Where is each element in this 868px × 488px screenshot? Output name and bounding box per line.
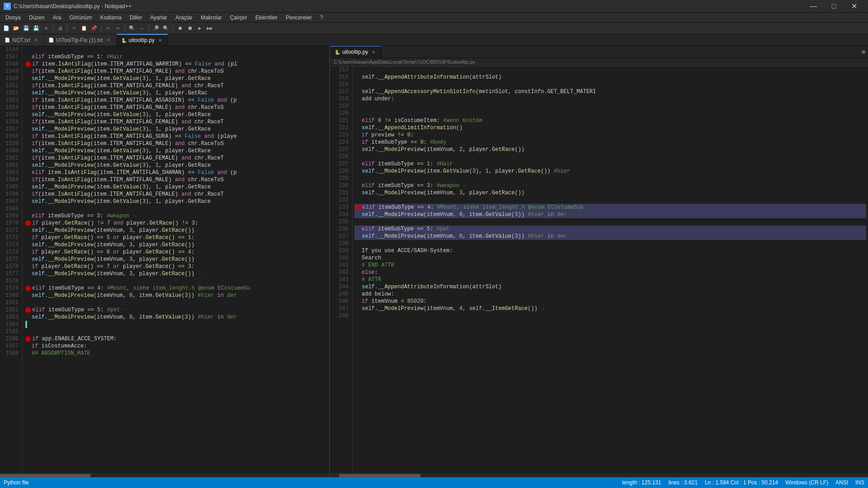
code-text: self.__AppendLimitInformation() <box>362 124 462 131</box>
line-number: 1577 <box>2 270 19 277</box>
code-text: self.__ModelPreview(itemVnum, 2, player.… <box>362 146 524 153</box>
maximize-button[interactable]: □ <box>824 0 844 13</box>
code-line: if(item.IsAntiFlag(item.ITEM_ANTIFLAG_MA… <box>24 104 327 111</box>
code-text: self.__ModelPreview(item.GetValue(3), 1,… <box>32 198 211 205</box>
menu-araclar[interactable]: Araçlar <box>172 14 196 22</box>
file-type: Python file <box>4 479 29 486</box>
code-line: if(item.IsAntiFlag(item.ITEM_ANTIFLAG_MA… <box>24 176 327 183</box>
menu-duzen[interactable]: Düzen <box>25 14 48 22</box>
code-text: elif itemSubType == 4: #Mount, siehe ite… <box>32 285 250 292</box>
tab-close-py[interactable]: ✕ <box>157 37 163 43</box>
code-line: self.__ModelPreview(item.GetValue(3), 1,… <box>24 126 327 133</box>
left-scroll-thumb[interactable] <box>0 474 90 477</box>
find-replace-button[interactable]: ↔ <box>137 24 146 33</box>
menu-dosya[interactable]: Dosya <box>2 14 24 22</box>
status-right: length : 125.131 lines : 3.621 Ln : 1.58… <box>622 479 864 486</box>
split-view-button[interactable]: ⊞ <box>859 47 868 57</box>
right-tab-uitooltip[interactable]: 🐍 uitooltip.py ✕ <box>330 46 382 57</box>
tab-label-not: NOT.txt <box>12 37 30 43</box>
right-scrollbar[interactable] <box>330 474 868 477</box>
code-text <box>32 299 35 306</box>
tab-close-fix[interactable]: ✕ <box>105 37 112 43</box>
macro-play-button[interactable]: ▶ <box>195 24 204 33</box>
menu-calistir[interactable]: Çalıştır <box>226 14 251 22</box>
right-scroll-thumb[interactable] <box>339 474 420 477</box>
error-marker <box>25 286 31 291</box>
line-number: 245 <box>332 291 349 298</box>
line-number: 1559 <box>2 140 19 147</box>
tab-uitooltip[interactable]: 🐍 uitooltip.py ✕ <box>117 34 168 46</box>
close-button-tb[interactable]: ✕ <box>42 24 51 33</box>
code-line: self.__ModelPreview(item.GetValue(3), 1,… <box>24 147 327 155</box>
menu-kodlama[interactable]: Kodlama <box>96 14 125 22</box>
code-line: self.__ModelPreview(itemVnum, 4, self.__… <box>354 305 866 312</box>
macro-record-button[interactable]: ⏺ <box>175 24 184 33</box>
code-line: self.__ModelPreview(itemVnum, 0, item.Ge… <box>24 292 327 299</box>
open-button[interactable]: 📂 <box>12 24 21 33</box>
code-text: elif itemSubType == 3: #weapon → <box>362 182 466 189</box>
menu-makrolar[interactable]: Makrolar <box>197 14 226 22</box>
line-number: 1564 <box>2 176 19 183</box>
copy-button[interactable]: 📋 <box>80 24 89 33</box>
code-text: self.__ModelPreview(item.GetValue(3), 1,… <box>32 183 211 191</box>
line-number: 237 <box>332 233 349 240</box>
save-button[interactable]: 💾 <box>22 24 31 33</box>
minimize-button[interactable]: — <box>803 0 824 13</box>
code-text: add under: <box>362 95 394 103</box>
line-number: 1565 <box>2 183 19 191</box>
code-line <box>24 277 327 285</box>
menu-pencereler[interactable]: Pencereler <box>282 14 316 22</box>
code-text <box>362 110 365 117</box>
code-text: Search <box>362 254 381 262</box>
cut-button[interactable]: ✂ <box>70 24 79 33</box>
code-text: else: <box>362 269 378 276</box>
redo-button[interactable]: ↪ <box>113 24 123 33</box>
code-line: self.__ModelPreview(itemVnum, 3, player.… <box>24 270 327 277</box>
menu-gorunum[interactable]: Görünüm <box>66 14 95 22</box>
line-number: 1571 <box>2 227 19 234</box>
code-text <box>362 66 365 74</box>
right-code-area[interactable]: self.__AppendAttributeInformation(attrSl… <box>353 66 868 474</box>
menu-ayarlar[interactable]: Ayarlar <box>146 14 171 22</box>
line-number: 1558 <box>2 133 19 140</box>
print-button[interactable]: 🖨 <box>56 24 65 33</box>
code-text: self.__ModelPreview(item.GetValue(3), 1,… <box>32 89 208 97</box>
separator-3 <box>101 25 101 32</box>
line-number: 231 <box>332 189 349 197</box>
tab-close-not[interactable]: ✕ <box>33 37 39 43</box>
macro-stop-button[interactable]: ⏹ <box>185 24 194 33</box>
code-text: if app.ENABLE_ACCE_SYSTEM: <box>32 335 117 343</box>
separator-2 <box>67 25 67 32</box>
undo-button[interactable]: ↩ <box>104 24 113 33</box>
code-line: if preview != 0: <box>354 131 866 139</box>
zoom-out-button[interactable]: 🔍 <box>161 24 170 33</box>
menu-eklentiler[interactable]: Eklentiler <box>252 14 281 22</box>
tab-label-py: uitooltip.py <box>129 37 155 43</box>
right-tab-close[interactable]: ✕ <box>370 49 377 55</box>
code-line: elif itemSubType == 3: #weapon → <box>354 182 866 189</box>
left-scrollbar[interactable] <box>0 474 329 477</box>
new-button[interactable]: 📄 <box>2 24 11 33</box>
tab-not-txt[interactable]: 📄 NOT.txt ✕ <box>0 34 44 46</box>
run-button[interactable]: ▶▶ <box>205 24 214 33</box>
code-line: elif itemSubType == 3: #weapon → <box>24 212 327 220</box>
line-number: 234 <box>332 211 349 218</box>
paste-button[interactable]: 📌 <box>90 24 99 33</box>
line-number: 1555 <box>2 111 19 118</box>
save-all-button[interactable]: 💾 <box>32 24 41 33</box>
menu-diller[interactable]: Diller <box>126 14 146 22</box>
find-button[interactable]: 🔍 <box>127 24 137 33</box>
code-line <box>24 205 327 212</box>
close-button[interactable]: ✕ <box>844 0 864 13</box>
tab-uitoolfix[interactable]: 📄 UiToolTip-Fix (1).txt ✕ <box>44 34 117 46</box>
length-info: length : 125.131 <box>622 479 661 486</box>
error-marker <box>25 336 31 342</box>
code-text: if(item.IsAntiFlag(item.ITEM_ANTIFLAG_FE… <box>32 191 224 198</box>
zoom-in-button[interactable]: 🔎 <box>151 24 160 33</box>
menu-ara[interactable]: Ara <box>49 14 65 22</box>
left-code-area[interactable]: elif itemSubType == 1: #Hair if item.IsA… <box>23 46 329 474</box>
menu-help[interactable]: ? <box>316 14 327 22</box>
green-marker <box>25 321 27 328</box>
line-number: 1579 <box>2 285 19 292</box>
code-line: self.__ModelPreview(item.GetValue(3), 1,… <box>24 183 327 191</box>
